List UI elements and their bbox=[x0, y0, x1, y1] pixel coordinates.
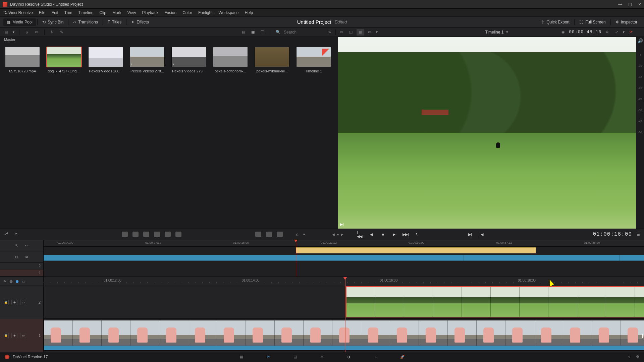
bypass-icon[interactable]: ⟳ bbox=[627, 29, 635, 36]
single-viewer-icon[interactable]: ▭ bbox=[338, 29, 345, 36]
prev-edit-icon[interactable]: ◀ bbox=[332, 233, 335, 236]
chevron-down-icon[interactable]: ▼ bbox=[12, 31, 15, 34]
match-frame-icon[interactable]: ◉ bbox=[559, 29, 567, 36]
go-out-button[interactable]: |◀ bbox=[478, 231, 484, 237]
gear-icon[interactable]: ⚙ bbox=[603, 29, 611, 36]
effects-button[interactable]: ✦Effects bbox=[128, 18, 152, 26]
clip-thumbnail[interactable]: Pexels Videos 288... bbox=[87, 47, 124, 73]
mixer-toggle-icon[interactable]: ≡ bbox=[303, 232, 305, 236]
menu-trim[interactable]: Trim bbox=[64, 10, 72, 15]
menu-workspace[interactable]: Workspace bbox=[219, 10, 239, 15]
menu-edit[interactable]: Edit bbox=[51, 10, 58, 15]
mini-track-1-label[interactable]: 1 bbox=[0, 269, 43, 277]
next-frame-button[interactable]: ▶▶| bbox=[402, 231, 409, 237]
mini-track-2[interactable] bbox=[44, 247, 644, 254]
mini-clip[interactable] bbox=[44, 255, 464, 261]
track-enable-icon[interactable]: ▭ bbox=[20, 333, 26, 338]
minimize-button[interactable]: — bbox=[618, 2, 622, 7]
jump-end-icon[interactable]: ▶| bbox=[340, 222, 344, 227]
search-input[interactable] bbox=[284, 30, 324, 35]
viewer-options-icon[interactable]: ▭ bbox=[366, 29, 373, 36]
video-track-2[interactable]: [•] bbox=[44, 285, 644, 319]
clip-thumbnail[interactable]: ♪Pexels Videos 278... bbox=[129, 47, 166, 73]
speaker-icon[interactable]: 🔊 bbox=[638, 38, 643, 43]
home-icon[interactable]: ⌂ bbox=[628, 355, 630, 359]
replace-icon[interactable] bbox=[143, 232, 149, 237]
menu-view[interactable]: View bbox=[127, 10, 136, 15]
overwrite-icon[interactable] bbox=[132, 232, 139, 237]
thumbnail-view-icon[interactable]: ▦ bbox=[249, 29, 257, 36]
mini-clip[interactable] bbox=[620, 255, 644, 261]
mini-clip[interactable] bbox=[296, 247, 536, 253]
track-view-icon[interactable]: ▭ bbox=[22, 279, 25, 284]
go-start-button[interactable]: |◀◀ bbox=[357, 231, 363, 237]
edit-index-icon[interactable]: ✎ bbox=[3, 279, 6, 284]
auto-select-icon[interactable]: ◈ bbox=[11, 300, 17, 305]
menu-playback[interactable]: Playback bbox=[142, 10, 158, 15]
media-page-icon[interactable]: ▦ bbox=[238, 354, 245, 360]
mini-clip[interactable] bbox=[464, 255, 620, 261]
titles-button[interactable]: TTitles bbox=[104, 18, 125, 26]
full-screen-button[interactable]: ⛶Full Screen bbox=[576, 18, 609, 26]
chevron-down-icon[interactable]: ▼ bbox=[505, 31, 508, 34]
maximize-button[interactable]: ▢ bbox=[628, 2, 632, 7]
menu-color[interactable]: Color bbox=[182, 10, 192, 15]
tool-icon[interactable]: ✎ bbox=[58, 29, 65, 36]
next-edit-icon[interactable]: ▶ bbox=[341, 233, 343, 236]
expand-icon[interactable]: ⤢ bbox=[613, 29, 620, 36]
video-track-1[interactable]: [•] bbox=[44, 319, 644, 352]
stop-button[interactable]: ■ bbox=[380, 231, 386, 237]
timeline-clip[interactable]: [•] bbox=[346, 287, 644, 317]
options-icon[interactable]: ☰ bbox=[637, 232, 640, 237]
auto-track-icon[interactable] bbox=[16, 280, 18, 283]
bin-list-icon[interactable]: ▤ bbox=[3, 29, 10, 36]
timeline-name[interactable]: Timeline 1 bbox=[485, 30, 503, 35]
sort-icon[interactable]: ⇅ bbox=[326, 29, 333, 36]
edit-page-icon[interactable]: ▤ bbox=[292, 354, 299, 360]
mini-timeline-canvas[interactable]: 01:00:00:0001:00:07:1201:00:15:0001:00:2… bbox=[44, 240, 644, 277]
color-page-icon[interactable]: ◑ bbox=[345, 354, 352, 360]
clip-thumbnail[interactable]: pexels-mikhail-nil... bbox=[254, 47, 290, 73]
new-bin-icon[interactable]: ▭ bbox=[33, 29, 40, 36]
go-in-button[interactable]: ▶| bbox=[467, 231, 473, 237]
program-viewer[interactable]: ▶| bbox=[338, 37, 636, 229]
fit-to-fill-icon[interactable] bbox=[154, 232, 160, 237]
clip-thumbnail[interactable]: pexels-cottonbro-... bbox=[212, 47, 249, 73]
clip-thumbnail[interactable]: ♪Pexels Videos 279... bbox=[170, 47, 207, 73]
menu-clip[interactable]: Clip bbox=[99, 10, 106, 15]
mini-track-2-label[interactable]: 2 bbox=[0, 263, 43, 270]
search-icon[interactable]: 🔍 bbox=[274, 29, 282, 36]
breadcrumb[interactable]: Master bbox=[0, 37, 338, 44]
tool-a-icon[interactable] bbox=[255, 232, 261, 237]
menu-mark[interactable]: Mark bbox=[112, 10, 121, 15]
inspector-button[interactable]: ✥Inspector bbox=[612, 18, 641, 26]
menu-help[interactable]: Help bbox=[245, 10, 253, 15]
lock-icon[interactable]: 🔒 bbox=[3, 300, 9, 305]
insert-icon[interactable] bbox=[122, 232, 128, 237]
cut-page-icon[interactable]: ✂ bbox=[265, 354, 272, 360]
timeline-clip[interactable]: [•] bbox=[44, 320, 644, 351]
dual-viewer-icon[interactable]: ◫ bbox=[347, 29, 355, 36]
clip-thumbnail[interactable]: dog_-_4727 (Origi... bbox=[46, 47, 83, 73]
lock-icon[interactable]: 🔒 bbox=[3, 333, 9, 338]
auto-select-icon[interactable]: ◈ bbox=[11, 333, 17, 338]
tool-c-icon[interactable] bbox=[277, 232, 283, 237]
menu-fusion[interactable]: Fusion bbox=[164, 10, 176, 15]
list-view-icon[interactable]: ☰ bbox=[259, 29, 266, 36]
menu-file[interactable]: File bbox=[39, 10, 45, 15]
selection-tool-icon[interactable]: ↖ bbox=[14, 243, 19, 248]
menu-timeline[interactable]: Timeline bbox=[78, 10, 93, 15]
append-icon[interactable] bbox=[175, 232, 181, 237]
refresh-icon[interactable]: ↻ bbox=[49, 29, 56, 36]
quick-export-button[interactable]: ⇪Quick Export bbox=[538, 18, 573, 26]
snap-icon[interactable]: ⊡ bbox=[14, 254, 19, 259]
loop-button[interactable]: ↻ bbox=[414, 231, 420, 237]
sync-lock-icon[interactable] bbox=[10, 280, 12, 283]
mini-playhead[interactable] bbox=[296, 240, 296, 277]
timeline-tools-icon[interactable]: ⎇ bbox=[4, 232, 10, 237]
clip-thumbnail[interactable]: 657518728.mp4 bbox=[4, 47, 41, 73]
close-button[interactable]: ✕ bbox=[638, 2, 641, 7]
prev-frame-button[interactable]: ◀ bbox=[368, 231, 374, 237]
link-icon[interactable]: ⧉ bbox=[24, 254, 30, 259]
chevron-down-icon[interactable]: ▼ bbox=[375, 31, 378, 34]
